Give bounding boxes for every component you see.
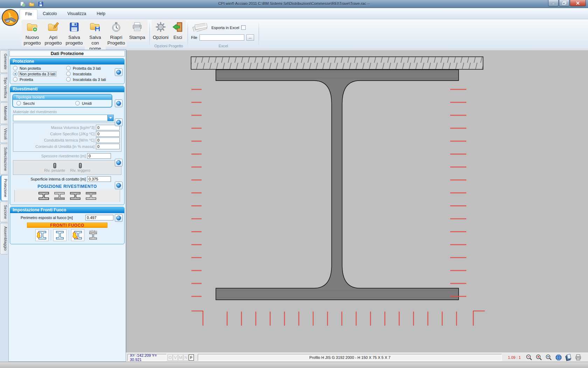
- menu-bar: File Calcolo Visualizza Help: [0, 8, 588, 19]
- open-project-icon: [47, 21, 59, 34]
- radio-non-protetta[interactable]: Non protetta: [13, 66, 66, 70]
- ribbon-group-file: Nuovo progetto Apri progetto Salva proge…: [20, 19, 149, 49]
- zoom-previous-icon[interactable]: [545, 354, 552, 361]
- materiale-rivestimento-combobox[interactable]: [13, 115, 114, 121]
- drawing-canvas[interactable]: [126, 49, 588, 353]
- esci-button[interactable]: Esci: [170, 20, 186, 41]
- posizione-option-4-button[interactable]: [84, 191, 98, 200]
- perimetro-label: Perimetro esposto al fuoco [m]: [21, 216, 85, 220]
- globe-icon[interactable]: [555, 354, 562, 361]
- materiale-info-button[interactable]: [115, 118, 122, 126]
- radio-inscatolata[interactable]: Inscatolata: [66, 71, 122, 76]
- export-excel-checkbox[interactable]: [241, 25, 246, 30]
- flag-v[interactable]: V: [173, 354, 178, 361]
- app-logo-icon[interactable]: [1, 8, 20, 27]
- radio-secchi[interactable]: Secchi: [16, 101, 35, 105]
- blue-ball-icon: [116, 69, 121, 75]
- beam-fire-left-icon: [36, 230, 48, 240]
- rivestimenti-group: Rivestimenti Tipologia Isolanti Secchi U…: [10, 86, 125, 205]
- posizione-option-2-button[interactable]: [53, 191, 66, 200]
- fronti-fuoco-options: [35, 229, 124, 241]
- radio-protetta[interactable]: Protetta: [13, 77, 66, 82]
- flag-f[interactable]: F: [189, 354, 194, 361]
- superficie-input[interactable]: [87, 176, 111, 182]
- riapri-progetto-button[interactable]: Riapri Progetto: [106, 20, 127, 47]
- radio-protetta-da-3-lati[interactable]: Protetta da 3 lati: [66, 66, 122, 70]
- excel-browse-button[interactable]: ...: [246, 34, 254, 41]
- sidetab-tipo-verifica[interactable]: Tipo Verifica: [0, 74, 8, 102]
- posizione-option-3-button[interactable]: [69, 191, 82, 200]
- zoom-in-icon[interactable]: [535, 354, 542, 361]
- nuovo-progetto-button[interactable]: Nuovo progetto: [22, 20, 43, 47]
- menu-tab-file[interactable]: File: [20, 9, 37, 19]
- new-project-icon: [26, 21, 38, 34]
- posizione-option-1-button[interactable]: [37, 191, 50, 200]
- profile-description: Profilo H JIS G 3192 2000 - H 150 X 75 X…: [198, 354, 502, 361]
- massa-volumica-label: Massa Volumica [kg/m^3]: [51, 125, 94, 130]
- ribbon-group-label-excel: Excel: [190, 43, 257, 49]
- fuoco-option-3-button[interactable]: [71, 229, 84, 241]
- excel-file-input[interactable]: [200, 34, 244, 41]
- protezione-info-button[interactable]: [115, 68, 122, 76]
- calore-specifico-input[interactable]: [96, 131, 120, 137]
- fuoco-option-4-button[interactable]: [86, 229, 100, 241]
- workspace: X= -142.209 Y= 30.921 O V M N F Profilo …: [126, 49, 588, 362]
- flag-m[interactable]: M: [178, 354, 183, 361]
- conduttivita-termica-input[interactable]: [96, 137, 120, 143]
- sidetab-generale[interactable]: Generale: [0, 50, 8, 73]
- stampa-button[interactable]: Stampa: [127, 20, 148, 41]
- excel-file-label: File: [191, 35, 197, 40]
- restore-button[interactable]: [559, 0, 569, 6]
- sidetab-assemblaggio[interactable]: Assemblaggio: [0, 223, 8, 254]
- riv-leggero-option[interactable]: Riv. leggero: [70, 163, 90, 172]
- riv-pesante-label: Riv. pesante: [44, 168, 65, 172]
- menu-tab-calcolo[interactable]: Calcolo: [37, 9, 62, 19]
- apri-progetto-button[interactable]: Apri progetto: [43, 20, 64, 47]
- spessore-info-button[interactable]: [115, 159, 122, 166]
- save-as-icon: [89, 21, 101, 34]
- salva-con-nome-button[interactable]: Salva con nome: [85, 20, 106, 52]
- combobox-dropdown-icon[interactable]: [107, 115, 113, 121]
- close-button[interactable]: [570, 0, 586, 6]
- title-bar: CPI win® Acciaio 2011 C:\BM Sistemi Srl\…: [0, 0, 588, 8]
- radio-inscatolata-da-3-lati[interactable]: Inscatolata da 3 lati: [66, 77, 122, 82]
- radio-non-protetta-da-3-lati[interactable]: Non protetta da 3 lati: [13, 71, 66, 76]
- opzioni-button[interactable]: Opzioni: [152, 20, 170, 41]
- zoom-ratio: 1.09 : 1: [503, 355, 524, 360]
- radio-dot: [66, 66, 71, 70]
- zoom-out-icon[interactable]: [525, 354, 533, 361]
- blue-ball-icon: [116, 215, 121, 221]
- perimetro-input[interactable]: [85, 215, 113, 220]
- window-controls: [548, 0, 586, 6]
- spessore-input[interactable]: [87, 153, 111, 159]
- flag-n[interactable]: N: [183, 354, 188, 361]
- sidetab-materiali[interactable]: Materiali: [0, 102, 8, 124]
- minimize-button[interactable]: [548, 0, 559, 6]
- perimetro-info-button[interactable]: [115, 214, 122, 222]
- superficie-info-button[interactable]: [115, 182, 122, 189]
- contenuto-umidita-input[interactable]: [96, 144, 120, 149]
- materiale-rivestimento-value[interactable]: [13, 115, 107, 121]
- radio-umidi[interactable]: Umidi: [75, 101, 92, 105]
- fuoco-option-1-button[interactable]: [35, 229, 49, 241]
- exit-door-icon: [172, 21, 183, 34]
- sidetab-sollecitazione[interactable]: Sollecitazione: [0, 144, 8, 175]
- tipologia-isolanti-box: Tipologia Isolanti Secchi Umidi: [12, 94, 112, 108]
- salva-progetto-button[interactable]: Salva progetto: [64, 20, 85, 47]
- rivestimento-tipo-box: Riv. pesante Riv. leggero: [13, 160, 121, 175]
- materiale-rivestimento-label: Materiale del rivestimento: [10, 109, 124, 114]
- print-statusbar-icon[interactable]: [574, 354, 582, 361]
- fuoco-option-2-button[interactable]: [53, 229, 66, 241]
- sidetab-sezione[interactable]: Sezione: [0, 202, 8, 223]
- sidetab-vincoli[interactable]: Vincoli: [0, 125, 8, 143]
- spessore-label: Spessore rivestimento [m]: [41, 154, 86, 158]
- layers-icon[interactable]: [565, 354, 572, 361]
- flag-o[interactable]: O: [168, 354, 173, 361]
- menu-tab-visualizza[interactable]: Visualizza: [62, 9, 91, 19]
- print-icon: [132, 21, 143, 34]
- sidetab-protezione[interactable]: Protezione: [0, 175, 8, 201]
- riv-pesante-option[interactable]: Riv. pesante: [44, 163, 65, 172]
- tipologia-info-button[interactable]: [115, 100, 122, 107]
- menu-tab-help[interactable]: Help: [91, 9, 111, 19]
- beam-plain-icon: [54, 230, 66, 240]
